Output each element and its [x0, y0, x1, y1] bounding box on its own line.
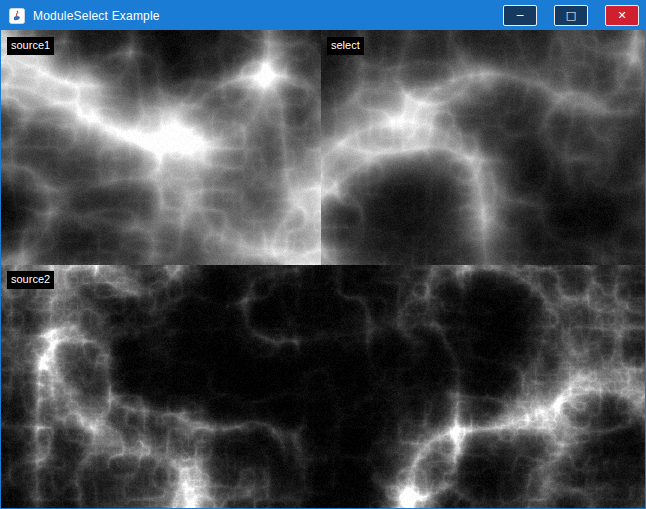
app-icon	[9, 8, 25, 24]
source2-noise-view	[1, 265, 645, 508]
app-window: ModuleSelect Example ─ □ ✕ source1 selec…	[0, 0, 646, 509]
titlebar[interactable]: ModuleSelect Example ─ □ ✕	[1, 1, 645, 30]
window-title: ModuleSelect Example	[33, 9, 160, 23]
window-controls: ─ □ ✕	[503, 5, 639, 26]
source2-label: source2	[7, 271, 54, 289]
minimize-button[interactable]: ─	[503, 5, 537, 26]
select-label: select	[327, 37, 364, 55]
render-area: source1 select source2	[1, 30, 645, 508]
maximize-button[interactable]: □	[554, 5, 588, 26]
close-button[interactable]: ✕	[605, 5, 639, 26]
source1-noise-view	[1, 30, 321, 265]
source1-label: source1	[7, 37, 54, 55]
